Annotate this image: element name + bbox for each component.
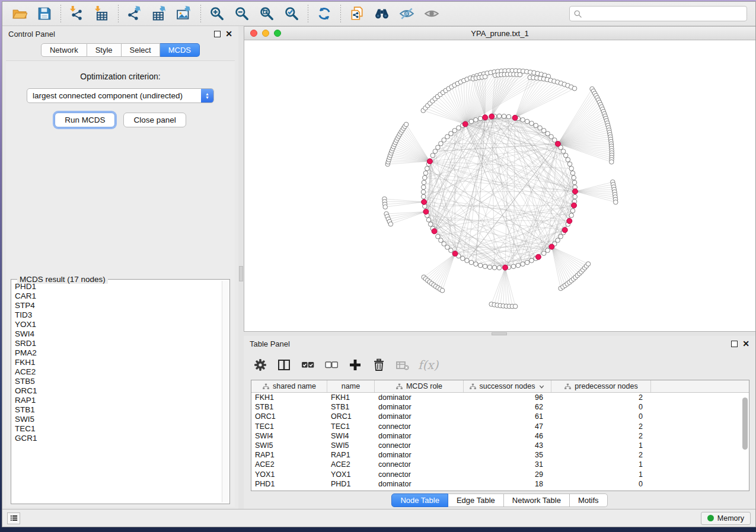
table-row[interactable]: RAP1RAP1dominator352 bbox=[251, 450, 749, 460]
mcds-hub-node[interactable] bbox=[503, 265, 508, 270]
result-node[interactable]: PHD1 bbox=[15, 282, 221, 291]
table-row[interactable]: ACE2ACE2connector311 bbox=[251, 460, 749, 469]
ring-node[interactable] bbox=[423, 175, 428, 180]
column-header-mcds_role[interactable]: MCDS role bbox=[375, 380, 464, 392]
column-header-shared_name[interactable]: shared name bbox=[251, 380, 327, 392]
ring-node[interactable] bbox=[423, 171, 428, 175]
mcds-hub-node[interactable] bbox=[572, 203, 577, 208]
result-node[interactable]: RAP1 bbox=[15, 396, 221, 405]
show-eye-button[interactable] bbox=[422, 5, 442, 23]
leaf-node[interactable] bbox=[404, 122, 409, 127]
mcds-hub-node[interactable] bbox=[462, 121, 468, 127]
close-panel-button[interactable]: ✕ bbox=[225, 31, 232, 37]
ring-node[interactable] bbox=[569, 166, 574, 171]
ring-node[interactable] bbox=[422, 185, 426, 190]
ring-node[interactable] bbox=[430, 153, 435, 158]
tab-node-table[interactable]: Node Table bbox=[391, 493, 448, 507]
search-box[interactable] bbox=[569, 6, 747, 21]
ring-node[interactable] bbox=[433, 149, 438, 154]
tab-motifs[interactable]: Motifs bbox=[570, 493, 608, 507]
tab-network-table[interactable]: Network Table bbox=[504, 493, 570, 507]
leaf-node[interactable] bbox=[586, 262, 591, 267]
ring-node[interactable] bbox=[566, 158, 570, 162]
result-node[interactable]: GCR1 bbox=[15, 434, 221, 443]
ring-node[interactable] bbox=[572, 180, 577, 185]
leaf-node[interactable] bbox=[440, 289, 445, 293]
ring-node[interactable] bbox=[422, 180, 426, 185]
horizontal-splitter[interactable] bbox=[244, 332, 755, 336]
tab-mcds[interactable]: MCDS bbox=[160, 43, 200, 57]
tab-style[interactable]: Style bbox=[87, 43, 122, 57]
ring-node[interactable] bbox=[469, 260, 474, 265]
mcds-result-list[interactable]: PHD1CAR1STP4TID3YOX1SWI4SRD1PMA2FKH1ACE2… bbox=[15, 282, 221, 502]
ring-node[interactable] bbox=[563, 153, 568, 158]
result-node[interactable]: FKH1 bbox=[15, 358, 221, 367]
ring-node[interactable] bbox=[439, 142, 444, 146]
result-node[interactable]: STB5 bbox=[15, 377, 221, 386]
ring-node[interactable] bbox=[465, 258, 470, 263]
ring-node[interactable] bbox=[425, 166, 430, 171]
search-input[interactable] bbox=[585, 9, 743, 18]
trash-button[interactable] bbox=[368, 355, 390, 375]
export-network-button[interactable] bbox=[125, 5, 145, 23]
network-canvas[interactable] bbox=[244, 40, 755, 331]
ring-node[interactable] bbox=[534, 123, 538, 128]
import-network-button[interactable] bbox=[67, 5, 87, 23]
mcds-hub-node[interactable] bbox=[562, 227, 567, 233]
ring-node[interactable] bbox=[511, 264, 516, 269]
ring-node[interactable] bbox=[469, 119, 474, 124]
close-panel-action-button[interactable]: Close panel bbox=[123, 113, 186, 127]
ring-node[interactable] bbox=[474, 262, 479, 267]
deselect-all-button[interactable] bbox=[321, 355, 342, 375]
ring-node[interactable] bbox=[556, 238, 560, 243]
table-row[interactable]: SWI4SWI4dominator462 bbox=[251, 431, 749, 441]
criterion-dropdown[interactable]: largest connected component (undirected)… bbox=[27, 88, 214, 103]
result-node[interactable]: TEC1 bbox=[15, 424, 221, 434]
result-node[interactable]: PMA2 bbox=[15, 348, 221, 358]
export-table-button[interactable] bbox=[149, 5, 170, 23]
column-header-successor_nodes[interactable]: successor nodes bbox=[464, 380, 551, 392]
ring-node[interactable] bbox=[436, 145, 441, 150]
gear-button[interactable] bbox=[250, 355, 271, 375]
zoom-out-button[interactable] bbox=[232, 5, 252, 23]
mcds-hub-node[interactable] bbox=[512, 115, 518, 120]
table-row[interactable]: TEC1TEC1connector472 bbox=[251, 422, 749, 431]
memory-button[interactable]: Memory bbox=[701, 512, 751, 525]
import-table-button[interactable] bbox=[92, 5, 112, 23]
result-node[interactable]: TID3 bbox=[15, 310, 221, 320]
mcds-hub-node[interactable] bbox=[483, 115, 488, 120]
ring-node[interactable] bbox=[483, 264, 487, 269]
ring-node[interactable] bbox=[572, 175, 576, 180]
ring-node[interactable] bbox=[525, 260, 529, 265]
float-panel-button[interactable] bbox=[214, 31, 221, 37]
ring-node[interactable] bbox=[478, 263, 483, 268]
tab-edge-table[interactable]: Edge Table bbox=[448, 493, 504, 507]
leaf-node[interactable] bbox=[572, 86, 577, 91]
zoom-fit-button[interactable] bbox=[257, 5, 277, 23]
mcds-hub-node[interactable] bbox=[535, 254, 541, 259]
mcds-hub-node[interactable] bbox=[567, 219, 572, 224]
ring-node[interactable] bbox=[502, 114, 506, 119]
ring-node[interactable] bbox=[478, 116, 483, 121]
ring-node[interactable] bbox=[541, 129, 546, 133]
mcds-hub-node[interactable] bbox=[549, 244, 554, 249]
ring-node[interactable] bbox=[516, 263, 521, 268]
close-table-panel-button[interactable]: ✕ bbox=[742, 341, 749, 347]
table-row[interactable]: FKH1FKH1dominator962 bbox=[251, 393, 749, 402]
select-all-button[interactable] bbox=[297, 355, 318, 375]
mcds-hub-node[interactable] bbox=[422, 199, 427, 204]
ring-node[interactable] bbox=[461, 256, 465, 261]
mcds-hub-node[interactable] bbox=[432, 229, 437, 234]
columns-button[interactable] bbox=[273, 355, 295, 375]
ring-node[interactable] bbox=[436, 234, 441, 239]
result-node[interactable]: CAR1 bbox=[15, 291, 221, 301]
result-node[interactable]: SRD1 bbox=[15, 339, 221, 348]
ring-node[interactable] bbox=[521, 262, 525, 267]
ring-node[interactable] bbox=[426, 217, 431, 222]
result-node[interactable]: YOX1 bbox=[15, 320, 221, 329]
leaf-node[interactable] bbox=[518, 72, 522, 77]
refresh-button[interactable] bbox=[314, 5, 334, 23]
ring-node[interactable] bbox=[506, 114, 511, 119]
leaf-node[interactable] bbox=[388, 222, 393, 226]
add-button[interactable] bbox=[344, 355, 366, 375]
